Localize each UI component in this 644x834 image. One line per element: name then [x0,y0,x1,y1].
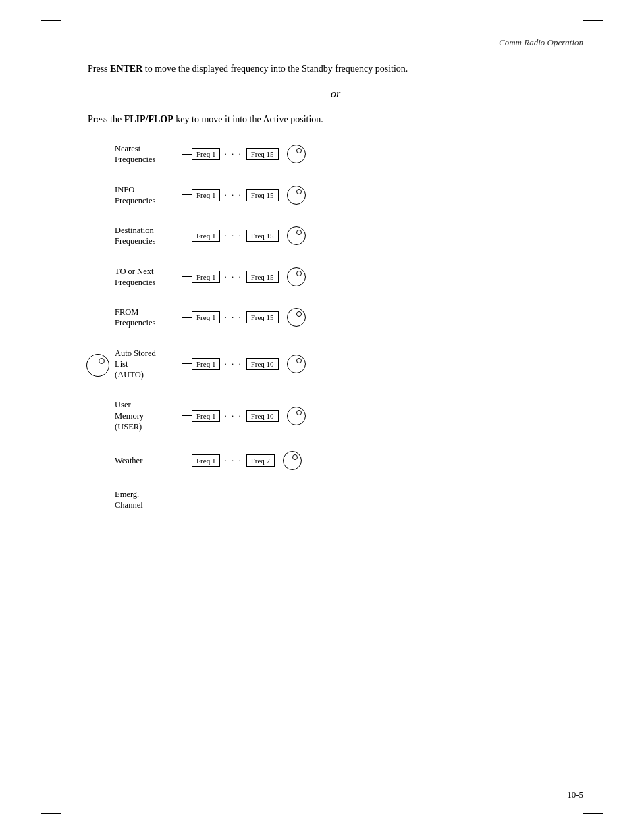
border-decoration [41,41,41,61]
border-decoration [41,773,41,793]
auto-label: Auto StoredList(AUTO) [115,348,182,381]
page-number-text: 10-5 [567,789,583,800]
freq-start-user: Freq 1 [192,410,220,422]
connector [182,461,192,461]
dots: · · · [224,190,242,201]
to-or-next-row: TO or NextFrequencies Freq 1 · · · Freq … [115,266,583,288]
to-or-next-label: TO or NextFrequencies [115,266,182,288]
step-3b-key: FLIP/FLOP [124,114,173,124]
step-3b-text2: key to move it into the Active position. [173,114,323,124]
border-decoration [603,773,603,793]
dots: · · · [224,230,242,241]
dial-nearest [287,145,306,163]
freq-end-auto: Freq 10 [246,358,279,370]
main-content: Press ENTER to move the displayed freque… [0,55,644,557]
border-decoration [603,41,603,61]
freq-end-dest: Freq 15 [246,230,279,242]
connector [182,154,192,155]
dial-user [287,407,306,425]
connector [182,363,192,364]
destination-label: DestinationFrequencies [115,225,182,247]
nearest-row: NearestFrequencies Freq 1 · · · Freq 15 [115,143,583,165]
info-row: INFOFrequencies Freq 1 · · · Freq 15 [115,184,583,207]
dots: · · · [224,312,242,323]
from-row: FROMFrequencies Freq 1 · · · Freq 15 [115,307,583,329]
frequency-diagram: NearestFrequencies Freq 1 · · · Freq 15 … [115,143,583,511]
weather-row: Weather Freq 1 · · · Freq 7 [115,451,583,470]
freq-end-info: Freq 15 [246,189,279,201]
freq-end-user: Freq 10 [246,410,279,422]
dots: · · · [224,411,242,421]
freq-end-to: Freq 15 [246,271,279,283]
dial-to [287,267,306,286]
connector [182,236,192,236]
step-3a-text2: to move the displayed frequency into the… [142,63,408,74]
freq-start-auto: Freq 1 [192,358,220,370]
freq-start-nearest: Freq 1 [192,148,220,160]
step-3a-text1: Press [88,63,110,74]
freq-start-to: Freq 1 [192,271,220,283]
dial-dest [287,226,306,245]
emerg-label: Emerg.Channel [115,489,182,511]
dots: · · · [224,455,242,466]
connector [182,415,192,416]
freq-start-weather: Freq 1 [192,454,220,467]
info-label: INFOFrequencies [115,184,182,207]
border-decoration [41,20,61,21]
from-label: FROMFrequencies [115,307,182,329]
user-row: UserMemory(USER) Freq 1 · · · Freq 10 [115,399,583,432]
from-left-dial [86,354,109,377]
freq-start-info: Freq 1 [192,189,220,201]
header-title: Comm Radio Operation [499,37,583,47]
step-3b: Press the FLIP/FLOP key to move it into … [88,112,583,126]
step-3a-key: ENTER [110,63,142,74]
weather-label: Weather [115,455,182,466]
or-divider: or [88,88,583,100]
dots: · · · [224,149,242,159]
dial-weather [283,451,302,470]
emerg-row: Emerg.Channel [115,489,583,511]
dots: · · · [224,359,242,369]
step-3a: Press ENTER to move the displayed freque… [88,61,583,76]
freq-start-from: Freq 1 [192,311,220,323]
border-decoration [583,20,603,21]
border-decoration [583,813,603,814]
dots: · · · [224,271,242,282]
freq-start-dest: Freq 1 [192,230,220,242]
page-number: 10-5 [567,789,583,800]
page-header: Comm Radio Operation [0,0,644,55]
freq-end-from: Freq 15 [246,311,279,323]
dial-info [287,186,306,205]
or-text: or [331,88,340,99]
border-decoration [41,813,61,814]
user-label: UserMemory(USER) [115,399,182,432]
dial-from [287,308,306,327]
auto-row: Auto StoredList(AUTO) Freq 1 · · · Freq … [115,348,583,381]
freq-end-weather: Freq 7 [246,454,275,467]
connector [182,276,192,277]
connector [182,317,192,318]
destination-row: DestinationFrequencies Freq 1 · · · Freq… [115,225,583,247]
connector [182,194,192,195]
step-3b-text1: Press the [88,114,124,124]
freq-end-nearest: Freq 15 [246,148,279,160]
dial-auto [287,355,306,373]
nearest-label: NearestFrequencies [115,143,182,165]
